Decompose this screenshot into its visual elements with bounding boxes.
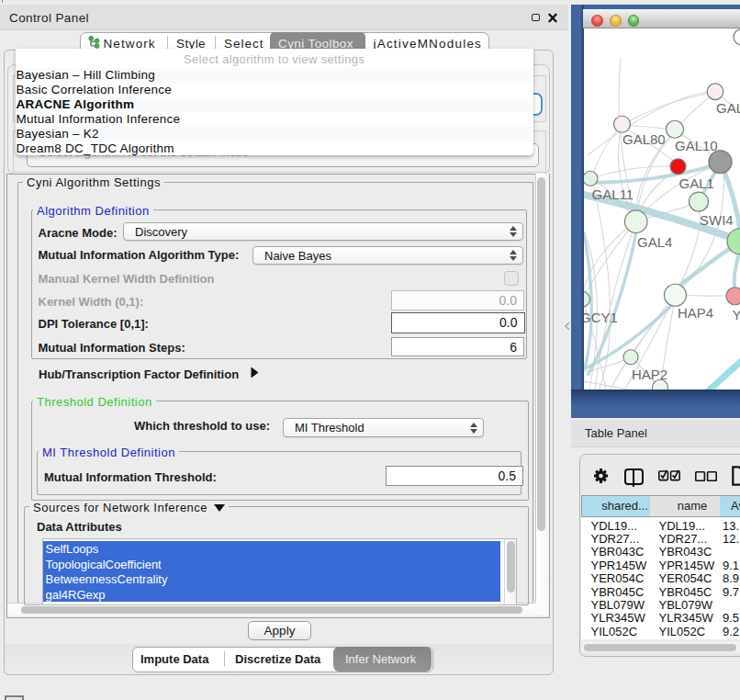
svg-text:GAL10: GAL10 — [675, 137, 718, 152]
svg-text:GCY1: GCY1 — [584, 309, 618, 324]
svg-text:HAP2: HAP2 — [632, 366, 667, 381]
svg-text:SWI4: SWI4 — [700, 211, 734, 227]
svg-text:HAP4: HAP4 — [678, 305, 713, 321]
svg-text:GAL7: GAL7 — [716, 99, 740, 115]
svg-text:GAL1: GAL1 — [679, 175, 714, 190]
svg-text:GAL80: GAL80 — [622, 130, 666, 146]
svg-text:GAL4: GAL4 — [637, 233, 672, 249]
svg-text:YJ: YJ — [733, 306, 740, 322]
svg-text:GAL11: GAL11 — [592, 186, 634, 202]
